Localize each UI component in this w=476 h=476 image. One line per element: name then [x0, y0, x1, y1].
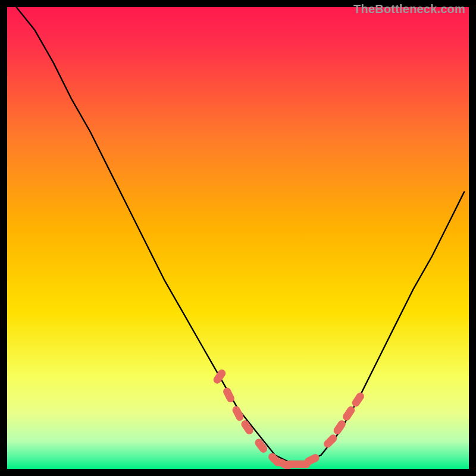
bottleneck-chart: [7, 7, 469, 469]
gradient-background: [7, 7, 469, 469]
chart-frame: TheBottleneck.com: [7, 7, 469, 469]
watermark-text: TheBottleneck.com: [353, 2, 465, 16]
